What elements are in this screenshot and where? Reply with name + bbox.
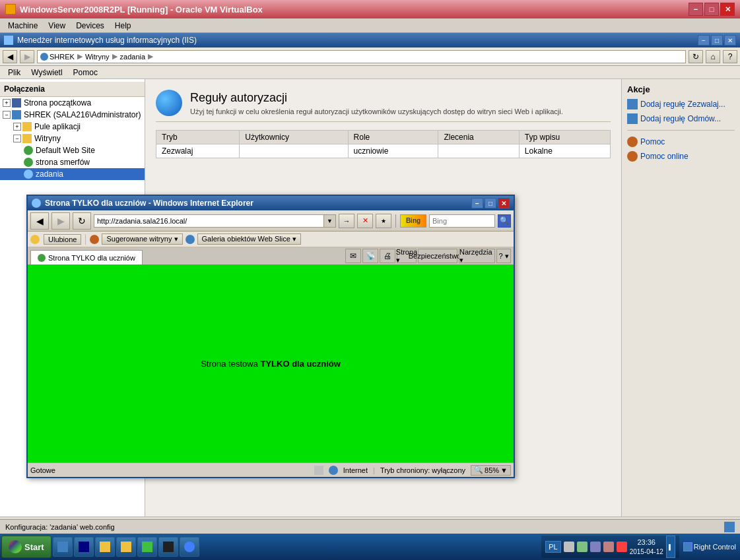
help-link[interactable]: Pomoc	[627, 136, 735, 148]
ie-back-btn[interactable]: ◀	[30, 212, 49, 230]
ie-hist-btn[interactable]: ★	[376, 214, 391, 228]
ie-zoom-dropdown[interactable]: ▼	[500, 466, 508, 474]
iis-back-btn[interactable]: ◀	[3, 50, 17, 63]
ie-qhelp-btn[interactable]: ? ▾	[496, 249, 511, 263]
col-uzytkownicy[interactable]: Użytkownicy	[240, 131, 348, 144]
col-typ[interactable]: Typ wpisu	[519, 131, 610, 144]
add-deny-rule-link[interactable]: Dodaj regułę Odmów...	[627, 113, 735, 125]
sidebar-item-default[interactable]: Default Web Site	[0, 144, 145, 156]
task-btn-7[interactable]	[180, 537, 199, 557]
systray: PL 23:36 2015-04-12 ▌	[541, 536, 679, 558]
window-title: WindowsServer2008R2PL [Running] - Oracle…	[20, 5, 263, 15]
iis-refresh-btn[interactable]: ↻	[689, 50, 703, 63]
show-desktop-btn[interactable]: ▌	[666, 536, 675, 558]
col-tryb[interactable]: Tryb	[156, 131, 240, 144]
ie-tools-btn[interactable]: Narzędzia ▾	[459, 249, 495, 263]
ie-refresh-btn[interactable]: ↻	[73, 212, 91, 230]
ie-search-btn[interactable]: 🔍	[498, 214, 511, 228]
menu-machine[interactable]: Machine	[3, 20, 43, 32]
appools-icon	[22, 122, 32, 131]
breadcrumb-witryny[interactable]: Witryny	[85, 53, 110, 61]
sidebar-default-label: Default Web Site	[36, 146, 95, 155]
sidebar-item-shrek[interactable]: − SHREK (SALA216\Administrator)	[0, 109, 145, 121]
smerfy-site-icon	[24, 158, 33, 167]
sidebar-item-appools[interactable]: + Pule aplikacji	[0, 121, 145, 133]
ie-rss-btn[interactable]: 📡	[362, 249, 378, 263]
lang-btn[interactable]: PL	[545, 541, 560, 553]
iis-home-btn[interactable]: ⌂	[706, 50, 720, 63]
help-online-link[interactable]: Pomoc online	[627, 150, 735, 162]
sidebar-header: Połączenia	[0, 82, 145, 97]
iis-minimize-btn[interactable]: −	[698, 35, 710, 46]
ie-page-text: Strona testowa TYLKO dla uczniów	[201, 359, 341, 369]
task-btn-4[interactable]	[116, 537, 136, 557]
task-btn-1[interactable]	[53, 537, 73, 557]
cell-zlecenia	[438, 144, 519, 158]
iis-address-box: SHREK ▶ Witryny ▶ zadania ▶	[37, 50, 686, 63]
menu-help[interactable]: Help	[110, 20, 137, 32]
iis-help-btn[interactable]: ?	[723, 50, 737, 63]
menu-view[interactable]: View	[43, 20, 71, 32]
task-btn-5[interactable]	[137, 537, 157, 557]
col-zlecenia[interactable]: Zlecenia	[438, 131, 519, 144]
expand-icon[interactable]: +	[3, 99, 11, 107]
iis-window-title: Menedżer internetowych usług informacyjn…	[17, 36, 197, 45]
shrek-expand-icon[interactable]: −	[3, 111, 11, 119]
start-button[interactable]: Start	[1, 536, 51, 558]
minimize-button[interactable]: −	[689, 3, 703, 16]
add-allow-label: Dodaj regułę Zezwalaj...	[640, 100, 725, 109]
separator	[395, 214, 396, 228]
ie-titlebar: Strona TYLKO dla uczniów - Windows Inter…	[28, 196, 514, 210]
sidebar-item-zadania[interactable]: zadania	[0, 168, 145, 180]
appools-expand-icon[interactable]: +	[13, 123, 21, 131]
breadcrumb-shrek[interactable]: SHREK	[50, 53, 75, 61]
table-row[interactable]: Zezwalaj uczniowie Lokalne	[156, 144, 611, 158]
start-label: Start	[24, 542, 44, 552]
ie-url-input[interactable]	[94, 214, 324, 228]
ie-window-icon	[32, 199, 41, 208]
cell-tryb: Zezwalaj	[156, 144, 240, 158]
ie-ulubione-btn[interactable]: Ulubione	[44, 234, 81, 245]
sidebar-item-witryny[interactable]: − Witryny	[0, 133, 145, 144]
col-role[interactable]: Role	[348, 131, 438, 144]
menu-devices[interactable]: Devices	[71, 20, 110, 32]
ie-close-btn[interactable]: ✕	[498, 198, 510, 208]
ie-restore-btn[interactable]: □	[485, 198, 496, 208]
ie-go-btn[interactable]: →	[339, 214, 354, 228]
ie-security-btn[interactable]: Bezpieczeństwo ▾	[418, 249, 457, 263]
ie-minimize-btn[interactable]: −	[471, 198, 483, 208]
iis-titlebar: Menedżer internetowych usług informacyjn…	[0, 33, 740, 47]
ie-forward-btn[interactable]: ▶	[51, 212, 70, 230]
iis-close-btn[interactable]: ✕	[724, 35, 736, 46]
ie-sec-icon	[314, 466, 323, 475]
ie-page-text-normal: Strona testowa	[201, 359, 260, 369]
add-allow-rule-link[interactable]: Dodaj regułę Zezwalaj...	[627, 98, 735, 110]
iis-restore-btn[interactable]: □	[711, 35, 723, 46]
iis-menu-pomoc[interactable]: Pomoc	[68, 67, 103, 78]
ie-gallery-btn[interactable]: Galeria obiektów Web Slice ▾	[197, 233, 301, 245]
iis-menu-plik[interactable]: Plik	[3, 67, 26, 78]
close-button[interactable]: ✕	[720, 3, 735, 16]
help-label: Pomoc	[640, 137, 665, 146]
task-btn-3[interactable]	[95, 537, 115, 557]
ie-zoom-control[interactable]: 🔍 85% ▼	[471, 465, 511, 476]
systray-icon-2	[577, 542, 588, 552]
ie-print-btn[interactable]: 🖨	[380, 249, 395, 263]
ie-tab-1[interactable]: Strona TYLKO dla uczniów	[30, 250, 143, 264]
ie-stop-btn[interactable]: ✕	[357, 214, 373, 228]
breadcrumb-zadania[interactable]: zadania	[120, 53, 146, 61]
iis-menu-wyswietl[interactable]: Wyświetl	[26, 67, 67, 78]
sidebar-item-smerfy[interactable]: strona smerfów	[0, 156, 145, 168]
witryny-expand-icon[interactable]: −	[13, 135, 21, 142]
ie-url-dropdown[interactable]: ▼	[324, 214, 336, 228]
ie-sugg-btn[interactable]: Sugerowane witryny ▾	[102, 233, 182, 245]
task-btn-6[interactable]	[158, 537, 178, 557]
task-btn-2[interactable]	[74, 537, 94, 557]
ie-email-btn[interactable]: ✉	[345, 249, 361, 263]
ie-address-bar: ▼	[94, 214, 336, 228]
sidebar-item-home[interactable]: + Strona początkowa	[0, 97, 145, 109]
cell-uzytkownicy	[240, 144, 348, 158]
maximize-button[interactable]: □	[704, 3, 719, 16]
ie-search-input[interactable]	[429, 214, 495, 228]
iis-forward-btn[interactable]: ▶	[20, 50, 34, 63]
